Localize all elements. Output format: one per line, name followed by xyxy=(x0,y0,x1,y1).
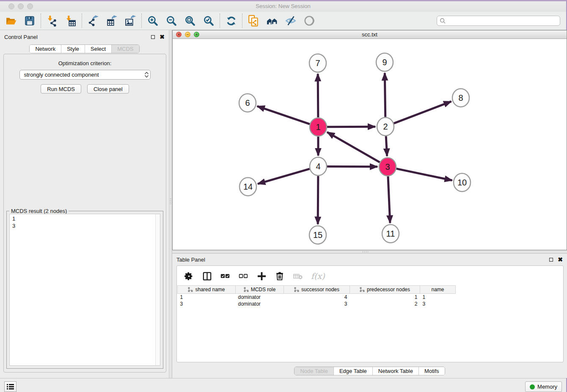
table-row[interactable]: 1 dominator 4 1 1 xyxy=(178,294,456,301)
mcds-result-title: MCDS result (2 nodes) xyxy=(9,208,69,214)
cell-successor-nodes[interactable]: 4 xyxy=(284,294,350,301)
create-column-icon[interactable] xyxy=(256,271,267,281)
result-scrollbar[interactable] xyxy=(155,214,160,365)
memory-status-dot xyxy=(530,384,535,389)
graph-edge-3-10[interactable] xyxy=(396,168,452,180)
graph-node-15[interactable]: 15 xyxy=(309,226,326,244)
graph-edge-3-11[interactable] xyxy=(388,176,390,223)
graph-node-label: 3 xyxy=(385,162,390,171)
graph-edge-4-14[interactable] xyxy=(258,169,310,184)
cell-name[interactable]: 1 xyxy=(420,294,456,301)
cell-mcds-role[interactable]: dominator xyxy=(236,294,284,301)
vertical-splitter[interactable] xyxy=(169,30,172,378)
graph-node-3[interactable]: 3 xyxy=(379,158,396,176)
graph-edge-3-1[interactable] xyxy=(327,132,380,162)
graph-node-8[interactable]: 8 xyxy=(452,89,469,107)
save-session-icon[interactable] xyxy=(24,15,36,27)
search-input[interactable] xyxy=(446,18,557,24)
control-panel-tabs: Network Style Select MCDS xyxy=(29,44,139,53)
home-networks-icon[interactable] xyxy=(266,15,278,27)
column-header-predecessor-nodes[interactable]: predecessor nodes xyxy=(350,286,420,294)
show-graphics-details-icon[interactable] xyxy=(303,15,315,27)
graph-node-11[interactable]: 11 xyxy=(382,225,399,243)
graph-edge-1-6[interactable] xyxy=(257,106,310,124)
horizontal-splitter[interactable] xyxy=(172,250,567,254)
zoom-in-icon[interactable] xyxy=(147,15,159,27)
cell-predecessor-nodes[interactable]: 1 xyxy=(350,294,420,301)
tab-select[interactable]: Select xyxy=(85,45,111,53)
tab-mcds[interactable]: MCDS xyxy=(111,45,139,53)
export-network-icon[interactable] xyxy=(87,15,99,27)
graph-node-1[interactable]: 1 xyxy=(310,118,327,136)
float-table-panel-icon[interactable] xyxy=(549,258,553,262)
zoom-selected-icon[interactable] xyxy=(203,15,215,27)
graph-node-14[interactable]: 14 xyxy=(239,178,256,196)
select-all-icon[interactable] xyxy=(220,271,230,281)
graph-node-label: 9 xyxy=(382,58,387,67)
memory-button[interactable]: Memory xyxy=(525,381,562,392)
cell-successor-nodes[interactable]: 3 xyxy=(284,301,350,307)
graph-node-2[interactable]: 2 xyxy=(377,118,394,136)
graph-edge-2-9[interactable] xyxy=(385,73,385,117)
run-mcds-button[interactable]: Run MCDS xyxy=(41,84,81,94)
table-toolbar: f(x) xyxy=(177,266,563,285)
column-header-mcds-role[interactable]: MCDS role xyxy=(236,286,284,294)
cell-shared-name[interactable]: 3 xyxy=(178,301,236,307)
cell-mcds-role[interactable]: dominator xyxy=(236,301,284,307)
criterion-select[interactable]: strongly connected component xyxy=(19,70,151,80)
close-table-panel-icon[interactable]: ✖ xyxy=(558,257,563,262)
open-session-icon[interactable] xyxy=(5,15,17,27)
graph-node-label: 6 xyxy=(245,98,250,108)
graph-node-4[interactable]: 4 xyxy=(310,157,327,176)
column-header-shared-name[interactable]: shared name xyxy=(178,286,236,294)
import-network-icon[interactable] xyxy=(46,15,58,27)
float-panel-icon[interactable] xyxy=(151,35,155,39)
tab-style[interactable]: Style xyxy=(61,45,85,53)
criterion-selected-value: strongly connected component xyxy=(24,72,99,78)
column-header-name[interactable]: name xyxy=(420,286,456,294)
cell-shared-name[interactable]: 1 xyxy=(178,294,236,301)
zoom-fit-icon[interactable] xyxy=(184,15,196,27)
export-table-icon[interactable] xyxy=(106,15,118,27)
graph-edge-2-3[interactable] xyxy=(386,136,387,156)
mcds-result-area[interactable]: 1 3 xyxy=(9,214,160,366)
tab-motifs[interactable]: Motifs xyxy=(418,367,445,375)
main-toolbar xyxy=(0,12,566,30)
network-canvas[interactable]: 7968124314101511 xyxy=(173,39,567,250)
delete-column-trash-icon[interactable] xyxy=(275,271,285,281)
graph-node-6[interactable]: 6 xyxy=(239,94,256,112)
import-table-icon[interactable] xyxy=(65,15,77,27)
graph-edge-2-8[interactable] xyxy=(394,102,451,124)
show-column-selector-icon[interactable] xyxy=(202,271,212,281)
graph-node-10[interactable]: 10 xyxy=(454,174,471,192)
copy-network-icon[interactable] xyxy=(248,15,259,27)
column-header-successor-nodes[interactable]: successor nodes xyxy=(284,286,350,294)
graph-edge-4-15[interactable] xyxy=(318,176,318,224)
table-settings-gear-icon[interactable] xyxy=(184,271,194,281)
tab-node-table[interactable]: Node Table xyxy=(295,367,333,375)
tab-network-table[interactable]: Network Table xyxy=(372,367,418,375)
tab-edge-table[interactable]: Edge Table xyxy=(333,367,372,375)
task-history-button[interactable] xyxy=(4,381,17,392)
graph-edge-1-7[interactable] xyxy=(318,74,318,117)
graph-node-9[interactable]: 9 xyxy=(376,53,393,72)
table-header-row: shared name MCDS role successor nodes pr… xyxy=(178,286,456,294)
table-row[interactable]: 3 dominator 3 2 3 xyxy=(178,301,456,307)
deselect-all-icon[interactable] xyxy=(238,271,248,281)
refresh-icon[interactable] xyxy=(225,15,237,27)
graph-node-label: 15 xyxy=(313,230,322,240)
zoom-out-icon[interactable] xyxy=(165,15,177,27)
optimization-criterion-label: Optimization criterion: xyxy=(4,60,166,66)
graph-edge-4-3[interactable] xyxy=(327,166,377,167)
delete-table-icon-disabled xyxy=(293,271,303,281)
cell-name[interactable]: 3 xyxy=(420,301,456,307)
close-panel-icon[interactable]: ✖ xyxy=(160,35,165,39)
graph-edge-1-2[interactable] xyxy=(327,127,375,127)
export-image-icon[interactable] xyxy=(124,15,136,27)
close-panel-button[interactable]: Close panel xyxy=(87,84,129,94)
graph-node-7[interactable]: 7 xyxy=(309,54,326,72)
cell-predecessor-nodes[interactable]: 2 xyxy=(350,301,420,307)
attribute-icon xyxy=(244,287,249,292)
tab-network[interactable]: Network xyxy=(30,45,61,53)
hide-graphics-details-icon[interactable] xyxy=(285,15,297,27)
